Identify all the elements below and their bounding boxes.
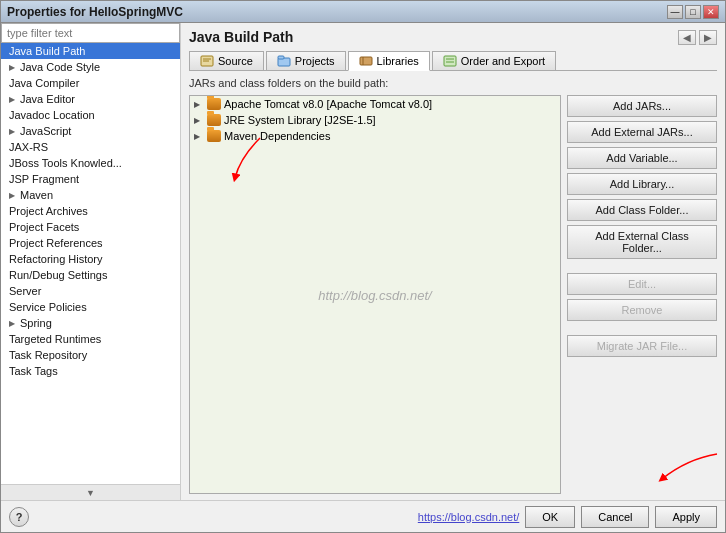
right-panel: Java Build Path ◀ ▶ Source	[181, 23, 725, 500]
order-icon	[443, 55, 457, 67]
tree-label-jre: JRE System Library [J2SE-1.5]	[224, 114, 376, 126]
add-external-class-folder-button[interactable]: Add External Class Folder...	[567, 225, 717, 259]
bottom-bar: ? https://blog.csdn.net/ OK Cancel Apply	[1, 500, 725, 532]
tab-projects[interactable]: Projects	[266, 51, 346, 70]
panel-title-text: Java Build Path	[189, 29, 293, 45]
tree-item-tomcat[interactable]: ▶ Apache Tomcat v8.0 [Apache Tomcat v8.0…	[190, 96, 560, 112]
sidebar-item-service-policies[interactable]: Service Policies	[1, 299, 180, 315]
tree-arrow-tomcat: ▶	[194, 100, 204, 109]
close-button[interactable]: ✕	[703, 5, 719, 19]
sidebar-item-run-debug[interactable]: Run/Debug Settings	[1, 267, 180, 283]
apply-annotation-arrow	[657, 449, 717, 489]
migrate-jar-button[interactable]: Migrate JAR File...	[567, 335, 717, 357]
tree-label-tomcat: Apache Tomcat v8.0 [Apache Tomcat v8.0]	[224, 98, 432, 110]
nav-arrows: ◀ ▶	[678, 30, 717, 45]
ok-button[interactable]: OK	[525, 506, 575, 528]
remove-button[interactable]: Remove	[567, 299, 717, 321]
sidebar-item-jsp[interactable]: JSP Fragment	[1, 171, 180, 187]
sidebar-item-spring[interactable]: Spring	[1, 315, 180, 331]
tree-item-maven[interactable]: ▶ Maven Dependencies	[190, 128, 560, 144]
sidebar-item-javascript[interactable]: JavaScript	[1, 123, 180, 139]
window-title: Properties for HelloSpringMVC	[7, 5, 183, 19]
filter-input[interactable]	[1, 23, 180, 43]
sidebar: Java Build Path Java Code Style Java Com…	[1, 23, 181, 500]
tab-order-export[interactable]: Order and Export	[432, 51, 556, 70]
main-content: Java Build Path Java Code Style Java Com…	[1, 23, 725, 500]
tree-arrow-jre: ▶	[194, 116, 204, 125]
sidebar-item-javadoc[interactable]: Javadoc Location	[1, 107, 180, 123]
sidebar-list: Java Build Path Java Code Style Java Com…	[1, 43, 180, 484]
svg-rect-4	[278, 56, 284, 59]
window-controls: — □ ✕	[667, 5, 719, 19]
action-buttons-panel: Add JARs... Add External JARs... Add Var…	[567, 95, 717, 494]
nav-forward-button[interactable]: ▶	[699, 30, 717, 45]
add-external-jars-button[interactable]: Add External JARs...	[567, 121, 717, 143]
tree-arrow-maven: ▶	[194, 132, 204, 141]
red-annotation-arrow	[230, 138, 290, 188]
svg-rect-5	[360, 57, 372, 65]
add-variable-button[interactable]: Add Variable...	[567, 147, 717, 169]
bottom-right-buttons: https://blog.csdn.net/ OK Cancel Apply	[418, 506, 717, 528]
sidebar-item-task-tags[interactable]: Task Tags	[1, 363, 180, 379]
sidebar-item-java-code-style[interactable]: Java Code Style	[1, 59, 180, 75]
nav-back-button[interactable]: ◀	[678, 30, 696, 45]
sidebar-scroll-down[interactable]: ▼	[1, 484, 180, 500]
tree-panel[interactable]: ▶ Apache Tomcat v8.0 [Apache Tomcat v8.0…	[189, 95, 561, 494]
libraries-icon	[359, 55, 373, 67]
blog-link[interactable]: https://blog.csdn.net/	[418, 511, 520, 523]
add-class-folder-button[interactable]: Add Class Folder...	[567, 199, 717, 221]
sidebar-item-java-compiler[interactable]: Java Compiler	[1, 75, 180, 91]
sidebar-item-project-facets[interactable]: Project Facets	[1, 219, 180, 235]
minimize-button[interactable]: —	[667, 5, 683, 19]
jar-icon-maven	[207, 130, 221, 142]
main-window: Properties for HelloSpringMVC — □ ✕ Java…	[0, 0, 726, 533]
build-path-description: JARs and class folders on the build path…	[189, 77, 717, 89]
panel-title-row: Java Build Path ◀ ▶	[189, 29, 717, 45]
sidebar-item-targeted-runtimes[interactable]: Targeted Runtimes	[1, 331, 180, 347]
sidebar-item-project-references[interactable]: Project References	[1, 235, 180, 251]
apply-button[interactable]: Apply	[655, 506, 717, 528]
sidebar-item-jaxrs[interactable]: JAX-RS	[1, 139, 180, 155]
jar-icon-tomcat	[207, 98, 221, 110]
maximize-button[interactable]: □	[685, 5, 701, 19]
watermark-text: http://blog.csdn.net/	[318, 287, 431, 302]
sidebar-item-project-archives[interactable]: Project Archives	[1, 203, 180, 219]
cancel-button[interactable]: Cancel	[581, 506, 649, 528]
tree-item-jre[interactable]: ▶ JRE System Library [J2SE-1.5]	[190, 112, 560, 128]
sidebar-item-task-repository[interactable]: Task Repository	[1, 347, 180, 363]
sidebar-item-java-build-path[interactable]: Java Build Path	[1, 43, 180, 59]
btn-separator-1	[567, 263, 717, 269]
edit-button[interactable]: Edit...	[567, 273, 717, 295]
sidebar-item-jboss[interactable]: JBoss Tools Knowled...	[1, 155, 180, 171]
tabs-bar: Source Projects Libraries	[189, 51, 717, 71]
help-button[interactable]: ?	[9, 507, 29, 527]
sidebar-item-java-editor[interactable]: Java Editor	[1, 91, 180, 107]
add-jars-button[interactable]: Add JARs...	[567, 95, 717, 117]
projects-icon	[277, 55, 291, 67]
sidebar-item-server[interactable]: Server	[1, 283, 180, 299]
source-icon	[200, 55, 214, 67]
build-area: ▶ Apache Tomcat v8.0 [Apache Tomcat v8.0…	[189, 95, 717, 494]
tab-libraries[interactable]: Libraries	[348, 51, 430, 71]
jar-icon-jre	[207, 114, 221, 126]
svg-rect-7	[444, 56, 456, 66]
tab-source[interactable]: Source	[189, 51, 264, 70]
title-bar: Properties for HelloSpringMVC — □ ✕	[1, 1, 725, 23]
sidebar-item-refactoring[interactable]: Refactoring History	[1, 251, 180, 267]
sidebar-item-maven[interactable]: Maven	[1, 187, 180, 203]
btn-separator-2	[567, 325, 717, 331]
add-library-button[interactable]: Add Library...	[567, 173, 717, 195]
